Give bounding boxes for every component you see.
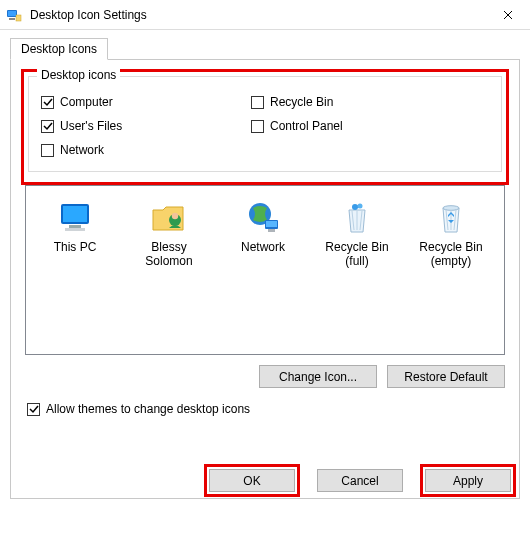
change-icon-button[interactable]: Change Icon...	[259, 365, 377, 388]
user-folder-icon	[126, 194, 212, 238]
checkbox-box	[41, 144, 54, 157]
svg-rect-2	[9, 18, 15, 20]
svg-rect-3	[16, 15, 21, 21]
checkbox-label: Network	[60, 143, 104, 157]
preview-label: Recycle Bin (empty)	[408, 240, 494, 268]
checkbox-allow-themes[interactable]: Allow themes to change desktop icons	[27, 402, 509, 416]
restore-default-button[interactable]: Restore Default	[387, 365, 505, 388]
svg-rect-6	[69, 225, 81, 228]
desktop-icons-group: Desktop icons Computer Recycle Bin	[28, 76, 502, 172]
dialog-footer: OK Cancel Apply	[204, 464, 516, 497]
svg-point-15	[358, 204, 363, 209]
checkbox-box	[41, 96, 54, 109]
preview-label: This PC	[32, 240, 118, 254]
tab-page: Desktop icons Computer Recycle Bin	[10, 59, 520, 499]
svg-rect-1	[8, 11, 16, 16]
checkbox-label: User's Files	[60, 119, 122, 133]
preview-label: Network	[220, 240, 306, 254]
preview-label: Blessy Solomon	[126, 240, 212, 268]
group-title: Desktop icons	[41, 68, 116, 82]
bin-full-icon	[314, 194, 400, 238]
close-button[interactable]	[485, 0, 530, 30]
ok-button[interactable]: OK	[209, 469, 295, 492]
app-icon	[6, 7, 22, 23]
checkbox-box	[251, 96, 264, 109]
apply-button[interactable]: Apply	[425, 469, 511, 492]
preview-label: Recycle Bin (full)	[314, 240, 400, 268]
checkbox-users-files[interactable]: User's Files	[41, 119, 251, 133]
icon-button-row: Change Icon... Restore Default	[21, 365, 505, 388]
bin-empty-icon	[408, 194, 494, 238]
check-icon	[43, 97, 53, 107]
checkbox-box	[251, 120, 264, 133]
dialog-content: Desktop Icons Desktop icons Computer	[0, 30, 530, 509]
preview-item-user[interactable]: Blessy Solomon	[126, 194, 212, 268]
preview-item-network[interactable]: Network	[220, 194, 306, 268]
svg-point-9	[172, 213, 178, 219]
svg-rect-12	[266, 221, 277, 227]
check-icon	[43, 121, 53, 131]
globe-icon	[220, 194, 306, 238]
checkbox-label: Allow themes to change desktop icons	[46, 402, 250, 416]
checkbox-control-panel[interactable]: Control Panel	[251, 119, 343, 133]
svg-rect-7	[65, 228, 85, 231]
close-icon	[503, 10, 513, 20]
svg-rect-5	[63, 206, 87, 222]
svg-point-16	[443, 206, 459, 211]
tab-desktop-icons[interactable]: Desktop Icons	[10, 38, 108, 60]
window-title: Desktop Icon Settings	[30, 8, 485, 22]
checkbox-label: Control Panel	[270, 119, 343, 133]
titlebar: Desktop Icon Settings	[0, 0, 530, 30]
monitor-icon	[32, 194, 118, 238]
tab-label: Desktop Icons	[21, 42, 97, 56]
checkbox-label: Recycle Bin	[270, 95, 333, 109]
check-icon	[29, 404, 39, 414]
tab-bar: Desktop Icons	[10, 36, 520, 60]
checkbox-recycle-bin[interactable]: Recycle Bin	[251, 95, 333, 109]
checkbox-label: Computer	[60, 95, 113, 109]
preview-item-bin-full[interactable]: Recycle Bin (full)	[314, 194, 400, 268]
preview-item-this-pc[interactable]: This PC	[32, 194, 118, 268]
checkbox-computer[interactable]: Computer	[41, 95, 251, 109]
checkbox-box	[27, 403, 40, 416]
svg-rect-13	[268, 229, 275, 232]
highlight-apply: Apply	[420, 464, 516, 497]
preview-item-bin-empty[interactable]: Recycle Bin (empty)	[408, 194, 494, 268]
checkbox-network[interactable]: Network	[41, 143, 251, 157]
highlight-group: Desktop icons Computer Recycle Bin	[21, 69, 509, 185]
highlight-ok: OK	[204, 464, 300, 497]
icon-preview-list[interactable]: This PC Blessy Solomon	[25, 185, 505, 355]
svg-point-14	[352, 204, 358, 210]
cancel-button[interactable]: Cancel	[317, 469, 403, 492]
checkbox-box	[41, 120, 54, 133]
